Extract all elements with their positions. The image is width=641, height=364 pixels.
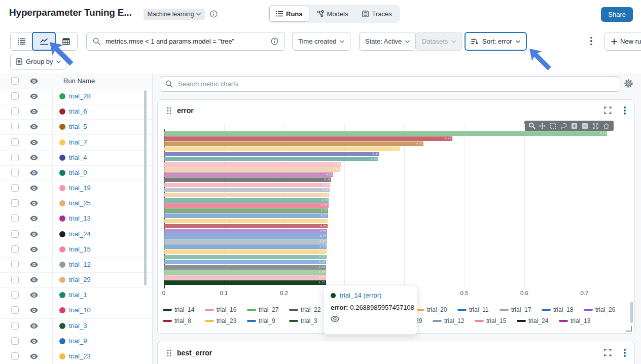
run-checkbox[interactable]	[11, 92, 19, 100]
run-name-link[interactable]: trial_1	[69, 291, 87, 299]
legend-item-trial_11[interactable]: trial_11	[457, 306, 494, 313]
visibility-eye-icon[interactable]	[30, 155, 38, 161]
bar-trial_15[interactable]: 0.28	[164, 183, 330, 188]
visibility-eye-icon[interactable]	[30, 185, 38, 191]
bar-trial_17[interactable]: 0.27	[164, 239, 327, 244]
run-checkbox[interactable]	[11, 230, 19, 238]
legend-item-trial_20[interactable]: trial_20	[415, 306, 452, 313]
group-by-button[interactable]: Group by	[10, 54, 66, 69]
bar-trial_20[interactable]: 0.27	[164, 249, 327, 254]
run-checkbox[interactable]	[11, 337, 19, 345]
view-chart-button[interactable]	[32, 32, 56, 51]
run-checkbox[interactable]	[11, 154, 19, 161]
run-name-link[interactable]: trial_9	[69, 337, 87, 345]
run-name-link[interactable]: trial_28	[69, 92, 91, 100]
tooltip-run-link[interactable]: trial_14 (error)	[340, 292, 381, 299]
run-name-link[interactable]: trial_23	[69, 352, 91, 360]
visibility-eye-icon[interactable]	[30, 307, 38, 313]
tab-traces[interactable]: Traces	[355, 6, 398, 22]
visibility-all-eye-icon[interactable]	[30, 78, 38, 84]
legend-item-trial_23[interactable]: trial_23	[205, 317, 241, 324]
visibility-eye-icon[interactable]	[30, 353, 38, 359]
bar-trial_13[interactable]: 0.28	[164, 172, 333, 177]
share-button[interactable]: Share	[601, 7, 633, 22]
legend-item-trial_22[interactable]: trial_22	[289, 306, 326, 313]
visibility-eye-icon[interactable]	[30, 292, 38, 298]
visibility-eye-icon[interactable]	[30, 246, 38, 252]
visibility-eye-icon[interactable]	[30, 93, 38, 99]
time-created-dropdown[interactable]: Time created	[292, 32, 350, 51]
visibility-eye-icon[interactable]	[30, 231, 38, 237]
run-checkbox[interactable]	[11, 169, 19, 176]
legend-item-trial_8[interactable]: trial_8	[163, 317, 199, 324]
run-checkbox[interactable]	[11, 291, 19, 299]
bar-trial_22[interactable]: 0.27	[164, 265, 326, 270]
run-checkbox[interactable]	[11, 107, 19, 115]
bar-trial_28[interactable]: 0.74	[164, 131, 607, 136]
run-checkbox[interactable]	[11, 245, 19, 253]
run-name-link[interactable]: trial_19	[69, 184, 91, 192]
bar-trial_8[interactable]: 0.27	[164, 224, 328, 229]
visibility-eye-icon[interactable]	[30, 170, 38, 176]
chart-card-scrollbar[interactable]	[630, 302, 633, 323]
legend-item-trial_15[interactable]: trial_15	[475, 317, 511, 324]
bar-trial_23[interactable]: 0.27	[164, 219, 328, 224]
visibility-eye-icon[interactable]	[30, 323, 38, 329]
visibility-eye-icon[interactable]	[30, 139, 38, 145]
bar-trial_27[interactable]: 0.27	[164, 270, 326, 275]
run-name-link[interactable]: trial_10	[69, 306, 91, 314]
new-run-button[interactable]: New run	[604, 32, 641, 51]
legend-item-trial_12[interactable]: trial_12	[433, 317, 469, 324]
visibility-eye-icon[interactable]	[30, 108, 38, 115]
bar-trial_3[interactable]: 0.27	[164, 208, 328, 213]
legend-item-trial_18[interactable]: trial_18	[542, 306, 578, 313]
run-name-link[interactable]: trial_13	[69, 214, 91, 222]
run-checkbox[interactable]	[11, 138, 19, 146]
legend-item-trial_14[interactable]: trial_14	[163, 306, 199, 313]
run-name-link[interactable]: trial_4	[69, 154, 87, 161]
run-checkbox[interactable]	[11, 306, 19, 314]
bar-trial_24[interactable]: 0.28	[164, 177, 331, 182]
view-table-button[interactable]	[55, 32, 77, 50]
bar-trial_21[interactable]: 0.27	[164, 260, 326, 265]
visibility-eye-icon[interactable]	[30, 262, 38, 268]
visibility-eye-icon[interactable]	[30, 277, 38, 283]
bar-trial_25[interactable]: 0.29	[164, 167, 340, 172]
view-list-button[interactable]	[11, 32, 32, 50]
bar-trial_6[interactable]: 0.48	[164, 136, 452, 141]
run-name-link[interactable]: trial_7	[69, 138, 87, 146]
bar-trial_7[interactable]: 0.39	[164, 147, 400, 151]
run-name-link[interactable]: trial_3	[69, 322, 87, 330]
bar-trial_0[interactable]: 0.36	[164, 157, 378, 162]
bar-trial_19[interactable]: 0.29	[164, 162, 341, 167]
metric-chart-search-input[interactable]	[177, 80, 615, 88]
legend-item-trial_9[interactable]: trial_9	[247, 317, 283, 324]
tab-models[interactable]: Models	[310, 6, 355, 22]
experiment-type-tag[interactable]: Machine learning	[144, 9, 205, 20]
tab-runs[interactable]: Runs	[269, 6, 309, 22]
run-name-link[interactable]: trial_12	[69, 261, 91, 268]
run-name-link[interactable]: trial_15	[69, 245, 91, 253]
run-name-link[interactable]: trial_24	[69, 230, 91, 238]
visibility-eye-icon[interactable]	[30, 124, 38, 130]
legend-item-trial_26[interactable]: trial_26	[584, 306, 620, 313]
bar-trial_29[interactable]: 0.27	[164, 193, 329, 198]
charts-settings-gear-icon[interactable]	[624, 79, 633, 88]
run-checkbox[interactable]	[11, 199, 19, 207]
fullscreen-icon[interactable]	[604, 349, 612, 356]
runs-search-input[interactable]	[104, 37, 267, 46]
legend-item-trial_3[interactable]: trial_3	[289, 317, 326, 324]
sort-dropdown[interactable]: Sort: error	[465, 32, 527, 51]
visibility-eye-icon[interactable]	[30, 215, 38, 222]
state-filter-dropdown[interactable]: State: Active	[359, 32, 416, 51]
legend-item-trial_27[interactable]: trial_27	[247, 306, 283, 313]
bar-trial_18[interactable]: 0.27	[164, 244, 327, 249]
tooltip-eye-icon[interactable]	[331, 315, 410, 322]
info-icon[interactable]	[210, 10, 218, 18]
run-name-link[interactable]: trial_25	[69, 199, 91, 207]
run-checkbox[interactable]	[11, 214, 19, 222]
legend-item-trial_16[interactable]: trial_16	[205, 306, 241, 313]
visibility-eye-icon[interactable]	[30, 200, 38, 206]
run-name-link[interactable]: trial_6	[69, 107, 87, 115]
run-checkbox[interactable]	[11, 322, 19, 330]
